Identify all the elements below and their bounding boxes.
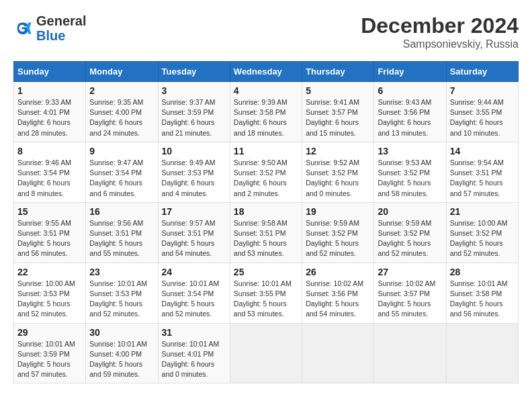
day-number: 13 <box>378 146 442 156</box>
day-number: 10 <box>162 146 226 156</box>
calendar-cell: 21Sunrise: 10:00 AM Sunset: 3:52 PM Dayl… <box>446 202 518 263</box>
calendar-cell: 19Sunrise: 9:59 AM Sunset: 3:52 PM Dayli… <box>302 202 374 263</box>
day-info: Sunrise: 10:02 AM Sunset: 3:57 PM Daylig… <box>378 279 442 320</box>
day-number: 19 <box>306 206 370 217</box>
day-info: Sunrise: 9:46 AM Sunset: 3:54 PM Dayligh… <box>17 158 82 199</box>
day-info: Sunrise: 9:58 AM Sunset: 3:51 PM Dayligh… <box>234 218 298 259</box>
calendar-week-row: 22Sunrise: 10:00 AM Sunset: 3:53 PM Dayl… <box>14 263 519 323</box>
day-number: 30 <box>89 327 154 338</box>
calendar-cell: 14Sunrise: 9:54 AM Sunset: 3:51 PM Dayli… <box>446 142 518 202</box>
calendar-cell: 6Sunrise: 9:43 AM Sunset: 3:56 PM Daylig… <box>374 82 446 142</box>
calendar-cell: 7Sunrise: 9:44 AM Sunset: 3:55 PM Daylig… <box>446 82 518 142</box>
day-info: Sunrise: 10:01 AM Sunset: 3:59 PM Daylig… <box>17 339 82 380</box>
day-info: Sunrise: 9:59 AM Sunset: 3:52 PM Dayligh… <box>378 218 442 259</box>
day-number: 27 <box>378 267 442 277</box>
calendar-cell: 10Sunrise: 9:49 AM Sunset: 3:53 PM Dayli… <box>158 142 230 202</box>
calendar-cell <box>374 323 446 383</box>
calendar-cell: 23Sunrise: 10:01 AM Sunset: 3:53 PM Dayl… <box>86 263 158 323</box>
calendar-cell: 5Sunrise: 9:41 AM Sunset: 3:57 PM Daylig… <box>302 82 374 142</box>
day-info: Sunrise: 9:59 AM Sunset: 3:52 PM Dayligh… <box>306 218 370 259</box>
day-number: 3 <box>162 85 226 96</box>
day-number: 2 <box>89 85 154 96</box>
day-number: 20 <box>378 206 442 217</box>
calendar-cell: 18Sunrise: 9:58 AM Sunset: 3:51 PM Dayli… <box>230 202 302 263</box>
day-info: Sunrise: 10:01 AM Sunset: 4:00 PM Daylig… <box>89 339 154 380</box>
calendar-cell: 13Sunrise: 9:53 AM Sunset: 3:52 PM Dayli… <box>374 142 446 202</box>
calendar-cell: 15Sunrise: 9:55 AM Sunset: 3:51 PM Dayli… <box>14 202 86 263</box>
calendar-cell: 29Sunrise: 10:01 AM Sunset: 3:59 PM Dayl… <box>14 323 86 383</box>
weekday-header-monday: Monday <box>86 62 158 82</box>
weekday-header-wednesday: Wednesday <box>230 62 302 82</box>
calendar-week-row: 15Sunrise: 9:55 AM Sunset: 3:51 PM Dayli… <box>14 202 519 263</box>
day-number: 9 <box>89 146 154 156</box>
day-info: Sunrise: 9:44 AM Sunset: 3:55 PM Dayligh… <box>450 97 515 138</box>
day-info: Sunrise: 10:00 AM Sunset: 3:53 PM Daylig… <box>17 279 82 320</box>
day-info: Sunrise: 9:55 AM Sunset: 3:51 PM Dayligh… <box>17 218 82 259</box>
calendar-cell: 26Sunrise: 10:02 AM Sunset: 3:56 PM Dayl… <box>302 263 374 323</box>
day-info: Sunrise: 9:41 AM Sunset: 3:57 PM Dayligh… <box>306 97 370 138</box>
day-info: Sunrise: 10:00 AM Sunset: 3:52 PM Daylig… <box>450 218 515 259</box>
day-info: Sunrise: 10:02 AM Sunset: 3:56 PM Daylig… <box>306 279 370 320</box>
location-subtitle: Sampsonievskiy, Russia <box>361 38 519 50</box>
day-number: 7 <box>450 85 515 96</box>
title-block: December 2024 Sampsonievskiy, Russia <box>361 13 519 50</box>
calendar-cell: 25Sunrise: 10:01 AM Sunset: 3:55 PM Dayl… <box>230 263 302 323</box>
day-number: 26 <box>306 267 370 277</box>
day-info: Sunrise: 9:56 AM Sunset: 3:51 PM Dayligh… <box>89 218 154 259</box>
day-info: Sunrise: 9:50 AM Sunset: 3:52 PM Dayligh… <box>234 158 298 199</box>
day-number: 25 <box>234 267 298 277</box>
logo-icon <box>13 19 32 38</box>
calendar-cell: 28Sunrise: 10:01 AM Sunset: 3:58 PM Dayl… <box>446 263 518 323</box>
day-info: Sunrise: 9:54 AM Sunset: 3:51 PM Dayligh… <box>450 158 515 199</box>
day-number: 31 <box>162 327 226 338</box>
logo: General Blue <box>13 13 86 43</box>
day-info: Sunrise: 10:01 AM Sunset: 3:55 PM Daylig… <box>234 279 298 320</box>
day-number: 8 <box>17 146 82 156</box>
day-info: Sunrise: 9:57 AM Sunset: 3:51 PM Dayligh… <box>162 218 226 259</box>
weekday-header-thursday: Thursday <box>302 62 374 82</box>
day-info: Sunrise: 9:33 AM Sunset: 4:01 PM Dayligh… <box>17 97 82 138</box>
day-info: Sunrise: 9:43 AM Sunset: 3:56 PM Dayligh… <box>378 97 442 138</box>
day-info: Sunrise: 9:52 AM Sunset: 3:52 PM Dayligh… <box>306 158 370 199</box>
day-number: 16 <box>89 206 154 217</box>
calendar-cell: 1Sunrise: 9:33 AM Sunset: 4:01 PM Daylig… <box>14 82 86 142</box>
calendar-cell: 27Sunrise: 10:02 AM Sunset: 3:57 PM Dayl… <box>374 263 446 323</box>
calendar-week-row: 8Sunrise: 9:46 AM Sunset: 3:54 PM Daylig… <box>14 142 519 202</box>
calendar-cell: 8Sunrise: 9:46 AM Sunset: 3:54 PM Daylig… <box>14 142 86 202</box>
calendar-cell: 11Sunrise: 9:50 AM Sunset: 3:52 PM Dayli… <box>230 142 302 202</box>
calendar-cell: 3Sunrise: 9:37 AM Sunset: 3:59 PM Daylig… <box>158 82 230 142</box>
day-info: Sunrise: 9:39 AM Sunset: 3:58 PM Dayligh… <box>234 97 298 138</box>
day-info: Sunrise: 9:49 AM Sunset: 3:53 PM Dayligh… <box>162 158 226 199</box>
day-number: 6 <box>378 85 442 96</box>
day-info: Sunrise: 9:53 AM Sunset: 3:52 PM Dayligh… <box>378 158 442 199</box>
calendar-cell <box>230 323 302 383</box>
logo-text: General Blue <box>36 13 86 43</box>
day-number: 11 <box>234 146 298 156</box>
day-number: 12 <box>306 146 370 156</box>
weekday-header-friday: Friday <box>374 62 446 82</box>
day-number: 29 <box>17 327 82 338</box>
day-info: Sunrise: 10:01 AM Sunset: 3:54 PM Daylig… <box>162 279 226 320</box>
calendar-cell: 31Sunrise: 10:01 AM Sunset: 4:01 PM Dayl… <box>158 323 230 383</box>
weekday-header-sunday: Sunday <box>14 62 86 82</box>
calendar-week-row: 1Sunrise: 9:33 AM Sunset: 4:01 PM Daylig… <box>14 82 519 142</box>
day-info: Sunrise: 9:35 AM Sunset: 4:00 PM Dayligh… <box>89 97 154 138</box>
weekday-header-row: SundayMondayTuesdayWednesdayThursdayFrid… <box>14 62 519 82</box>
day-number: 24 <box>162 267 226 277</box>
calendar-cell: 30Sunrise: 10:01 AM Sunset: 4:00 PM Dayl… <box>86 323 158 383</box>
calendar-cell: 20Sunrise: 9:59 AM Sunset: 3:52 PM Dayli… <box>374 202 446 263</box>
calendar-cell: 24Sunrise: 10:01 AM Sunset: 3:54 PM Dayl… <box>158 263 230 323</box>
day-number: 5 <box>306 85 370 96</box>
calendar-cell: 2Sunrise: 9:35 AM Sunset: 4:00 PM Daylig… <box>86 82 158 142</box>
calendar-cell: 17Sunrise: 9:57 AM Sunset: 3:51 PM Dayli… <box>158 202 230 263</box>
day-number: 28 <box>450 267 515 277</box>
page-header: General Blue December 2024 Sampsonievski… <box>13 13 519 50</box>
day-info: Sunrise: 9:47 AM Sunset: 3:54 PM Dayligh… <box>89 158 154 199</box>
day-number: 21 <box>450 206 515 217</box>
day-number: 15 <box>17 206 82 217</box>
calendar-cell: 9Sunrise: 9:47 AM Sunset: 3:54 PM Daylig… <box>86 142 158 202</box>
calendar-cell <box>302 323 374 383</box>
day-info: Sunrise: 9:37 AM Sunset: 3:59 PM Dayligh… <box>162 97 226 138</box>
weekday-header-saturday: Saturday <box>446 62 518 82</box>
day-number: 18 <box>234 206 298 217</box>
